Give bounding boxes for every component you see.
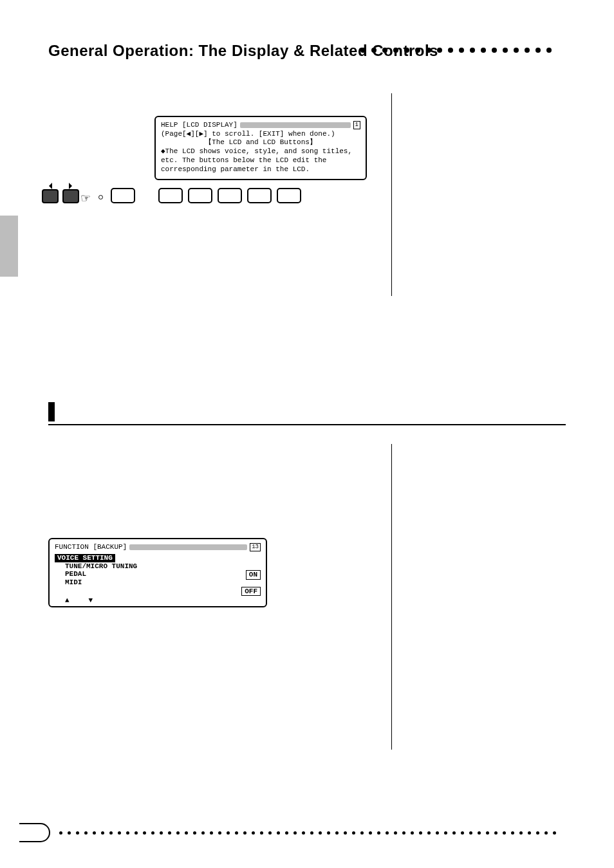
backup-list-title: Backup during power off: [405, 477, 566, 486]
list-item: Registration Memory [415, 486, 566, 495]
function-item-3: MIDI [55, 578, 82, 586]
help-side-note: You can select the language used in the … [405, 93, 566, 111]
list-item: Backup [415, 521, 566, 530]
page-prev-button[interactable] [42, 189, 59, 203]
help-intro-text: Use the display page [◀] and [▶] buttons… [48, 93, 391, 116]
backup-list: Registration Memory Function parameters … [405, 486, 566, 530]
header-dot-leader [360, 48, 566, 54]
left-margin-tab [0, 216, 18, 277]
function-paragraph-1: This button provides access to the range… [48, 452, 378, 497]
page-number: 18 [19, 823, 50, 842]
list-item: Help Language [415, 513, 566, 522]
function-lcd-title: FUNCTION [BACKUP] [55, 543, 127, 551]
section-heading: The [FUNCTION] Button [62, 404, 209, 421]
backup-note: Regardless of the backup setting, the Re… [405, 537, 566, 563]
lcd-button-3[interactable] [218, 188, 242, 203]
section-marker [48, 402, 55, 421]
footer-dot-leader [59, 831, 566, 835]
function-paragraph-2: With the exception of the MIDI function,… [48, 504, 378, 527]
list-item: MIDI parameters [415, 504, 566, 513]
function-item-1: TUNE/MICRO TUNING [55, 562, 261, 571]
function-lcd-screen: FUNCTION [BACKUP] 13 VOICE SETTING TUNE/… [48, 538, 267, 607]
help-lcd-line3: ◆The LCD shows voice, style, and song ti… [161, 147, 360, 174]
exit-button[interactable] [111, 188, 135, 203]
lcd-button-1[interactable] [158, 188, 183, 203]
lcd-button-4[interactable] [247, 188, 272, 203]
indicator-led [98, 195, 103, 199]
help-lcd-title: HELP [LCD DISPLAY] [161, 121, 237, 130]
function-scroll-arrows: ▲▼ [55, 596, 261, 605]
help-lcd-page-number: 1 [353, 121, 360, 129]
help-lcd-line2: 【The LCD and LCD Buttons】 [161, 138, 360, 147]
lcd-button-2[interactable] [188, 188, 212, 203]
panel-button-row: ☞ [42, 188, 391, 203]
page-next-button[interactable] [62, 189, 79, 203]
backup-intro: When you turn on the Backup function (pa… [405, 444, 566, 470]
function-on-label: ON [246, 570, 261, 580]
list-item: Function parameters (except MIDI) [415, 495, 566, 504]
function-item-highlighted: VOICE SETTING [55, 554, 115, 562]
help-lcd-screen: HELP [LCD DISPLAY] 1 (Page[◀][▶] to scro… [154, 116, 367, 181]
lcd-button-5[interactable] [277, 188, 301, 203]
function-lcd-page-number: 13 [250, 543, 261, 551]
pointing-hand-icon: ☞ [80, 191, 91, 205]
function-item-2: PEDAL [55, 570, 86, 578]
function-off-label: OFF [241, 587, 261, 596]
help-lcd-line1: (Page[◀][▶] to scroll. [EXIT] when done.… [161, 130, 360, 139]
